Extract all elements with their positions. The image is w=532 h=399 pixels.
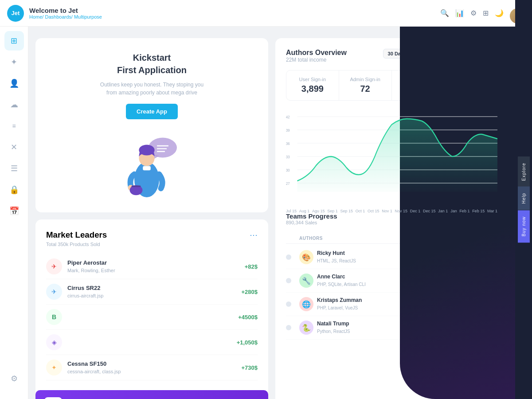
sidebar-item-analytics[interactable]: ✦ <box>4 52 24 72</box>
topnav: Jet Welcome to Jet Home/ Dashboards/ Mul… <box>0 0 532 27</box>
sidebar-item-menu[interactable]: ☰ <box>4 159 24 178</box>
all-users-select[interactable]: All Users ▾ <box>427 217 461 227</box>
tab-30days[interactable]: 30 Days <box>383 49 411 59</box>
progress-wrap: 85% <box>409 277 462 285</box>
chart-area: 42 39 36 33 30 27 Jul 15 Aug 1 Agu 15 Se… <box>286 108 497 205</box>
market-item: ✈ Piper Aerostar Mark, Rowling, Esther +… <box>46 254 258 279</box>
svg-text:39: 39 <box>286 128 290 133</box>
sidebar-item-settings[interactable]: ⚙ <box>4 369 24 388</box>
right-panel: Explore Help Buy now <box>515 0 532 399</box>
sidebar-item-list[interactable]: ≡ <box>4 116 24 136</box>
sidebar-item-calendar[interactable]: 📅 <box>4 201 24 221</box>
bootstrap-icon: B <box>44 397 62 399</box>
svg-point-6 <box>139 145 154 156</box>
market-leaders-card: Market Leaders ⋯ Total 350k Products Sol… <box>35 219 268 399</box>
teams-sub: 890,344 Sales <box>286 220 337 225</box>
view-button[interactable]: View <box>462 253 481 262</box>
stats-row: User Sign-in 3,899 Admin Sign-in 72 Auth… <box>286 70 497 101</box>
chart-x-labels: Jul 15 Aug 1 Agu 15 Sep 1 Sep 15 Oct 1 O… <box>286 209 497 213</box>
view-button[interactable]: View <box>462 323 481 332</box>
teams-section: Teams Progress 890,344 Sales All Users ▾… <box>286 212 497 340</box>
logo: Jet <box>7 5 24 22</box>
market-more-icon[interactable]: ⋯ <box>250 230 258 240</box>
search-icon[interactable]: 🔍 <box>440 9 449 17</box>
progress-wrap: 65% <box>409 253 462 262</box>
stat-admin-signin: Admin Sign-in 72 <box>339 70 392 100</box>
market-logo: ◈ <box>46 334 62 350</box>
progress-wrap: 47% <box>409 300 462 309</box>
tab-sep2020[interactable]: Sep 2020 <box>413 49 443 59</box>
sidebar-item-close[interactable]: ✕ <box>4 137 24 157</box>
team-avatar: 🎨 <box>299 250 313 264</box>
team-row: 🐍 Natali Trump Python, ReactJS 71% View <box>286 316 497 340</box>
explore-button[interactable]: Explore <box>518 156 530 187</box>
svg-text:30: 30 <box>286 168 290 172</box>
bootstrap-banner: B Bootstrap 5 <box>35 390 268 399</box>
market-logo: B <box>46 309 62 325</box>
authors-title: Authors Overview <box>286 49 347 57</box>
market-item: B +4500$ <box>46 305 258 330</box>
buy-button[interactable]: Buy now <box>518 210 530 243</box>
team-row: 🌐 Kristaps Zumman PHP, Laravel, VueJS 47… <box>286 293 497 316</box>
create-app-button[interactable]: Create App <box>126 104 178 119</box>
sidebar-item-users[interactable]: 👤 <box>4 74 24 93</box>
market-logo: ✈ <box>46 258 62 274</box>
svg-rect-10 <box>131 186 141 187</box>
authors-card: Authors Overview 22M total income 30 Day… <box>275 38 508 399</box>
svg-text:36: 36 <box>286 141 290 146</box>
view-button[interactable]: View <box>462 300 481 309</box>
team-avatar: 🌐 <box>299 297 313 311</box>
progress-wrap: 71% <box>409 324 462 332</box>
market-subtitle: Total 350k Products Sold <box>46 242 258 247</box>
grid-icon[interactable]: ⊞ <box>483 9 489 17</box>
sidebar-item-cloud[interactable]: ☁ <box>4 95 24 114</box>
stat-failed-attempts: Failed Attempts 6 <box>444 70 497 100</box>
teams-title: Teams Progress <box>286 212 337 220</box>
authors-subtitle: 22M total income <box>286 57 347 63</box>
svg-text:33: 33 <box>286 154 290 159</box>
row-checkbox[interactable] <box>286 325 291 330</box>
sidebar-item-lock[interactable]: 🔒 <box>4 180 24 200</box>
teams-table-header: AUTHORS PROGRESS ACTION <box>286 233 497 244</box>
tab-group: 30 Days Sep 2020 Oct 2020 More <box>383 49 497 59</box>
sidebar: ⊞ ✦ 👤 ☁ ≡ ✕ ☰ 🔒 📅 ⚙ <box>0 0 28 399</box>
topnav-title: Welcome to Jet <box>29 7 102 14</box>
team-row: 🎨 Ricky Hunt HTML, JS, ReactJS 65% View <box>286 246 497 269</box>
stat-user-signin: User Sign-in 3,899 <box>286 70 339 100</box>
svg-text:27: 27 <box>286 181 290 186</box>
settings-icon[interactable]: ⚙ <box>470 9 477 17</box>
search-button[interactable]: 🔍 Search <box>464 217 497 227</box>
team-row: 🔧 Anne Clarc PHP, SQLite, Artisan CLI 85… <box>286 269 497 293</box>
team-avatar: 🔧 <box>299 274 313 288</box>
chart-icon[interactable]: 📊 <box>455 9 464 17</box>
row-checkbox[interactable] <box>286 301 291 307</box>
sidebar-item-dashboard[interactable]: ⊞ <box>4 31 24 51</box>
topnav-title-group: Welcome to Jet Home/ Dashboards/ Multipu… <box>29 7 102 20</box>
market-logo: ✈ <box>46 284 62 300</box>
help-button[interactable]: Help <box>518 187 530 210</box>
view-button[interactable]: View <box>462 276 481 286</box>
market-item-cessna: ✦ Cessna SF150 cessna-aircraft, class.js… <box>46 355 258 380</box>
tab-more[interactable]: More <box>477 49 497 59</box>
market-logo: ✦ <box>46 360 62 376</box>
kickstart-title: Kickstart First Application <box>117 51 187 76</box>
market-item: ◈ +1,050$ <box>46 330 258 355</box>
market-title: Market Leaders <box>46 230 107 240</box>
line-chart: 42 39 36 33 30 27 <box>286 108 497 205</box>
main-content: Kickstart First Application Outlines kee… <box>28 0 515 399</box>
tab-oct2020[interactable]: Oct 2020 <box>445 49 475 59</box>
svg-text:42: 42 <box>286 114 290 119</box>
kickstart-description: Outlines keep you honest. They stoping y… <box>97 81 207 97</box>
breadcrumb: Home/ Dashboards/ Multipurpose <box>29 14 102 20</box>
moon-icon[interactable]: 🌙 <box>495 9 504 17</box>
svg-rect-7 <box>143 166 151 171</box>
topnav-right: 🔍 📊 ⚙ ⊞ 🌙 <box>440 8 525 18</box>
kickstart-card: Kickstart First Application Outlines kee… <box>35 38 268 212</box>
row-checkbox[interactable] <box>286 254 291 260</box>
illustration <box>117 128 188 199</box>
market-item: ✈ Cirrus SR22 cirrus-aircraft.jsp +280$ <box>46 279 258 305</box>
team-avatar: 🐍 <box>299 321 313 335</box>
row-checkbox[interactable] <box>286 278 291 283</box>
stat-author-signin: Author Sign-in 291 <box>392 70 445 100</box>
